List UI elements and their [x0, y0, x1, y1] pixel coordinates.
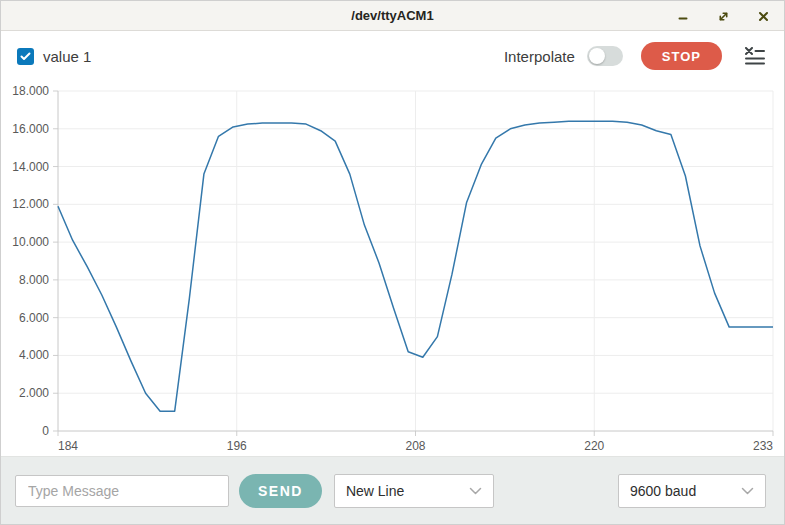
svg-text:2.000: 2.000 [19, 386, 49, 400]
chevron-down-icon [469, 487, 482, 495]
svg-text:10.000: 10.000 [12, 235, 49, 249]
svg-text:6.000: 6.000 [19, 311, 49, 325]
svg-text:220: 220 [584, 439, 604, 453]
baud-rate-select[interactable]: 9600 baud [618, 474, 766, 508]
series-label: value 1 [43, 48, 91, 65]
right-controls: Interpolate STOP [504, 42, 768, 70]
plotter-controls: value 1 Interpolate STOP [1, 31, 784, 81]
line-ending-value: New Line [346, 483, 404, 499]
interpolate-label: Interpolate [504, 48, 575, 65]
svg-text:208: 208 [405, 439, 425, 453]
maximize-icon[interactable] [716, 9, 730, 23]
message-bar: SEND New Line 9600 baud [1, 456, 784, 524]
titlebar: /dev/ttyACM1 [1, 1, 784, 31]
stop-button[interactable]: STOP [641, 42, 722, 70]
svg-text:0: 0 [42, 424, 49, 438]
series-visibility-control[interactable]: value 1 [17, 48, 91, 65]
line-ending-select[interactable]: New Line [334, 474, 494, 508]
clear-list-icon[interactable] [742, 43, 768, 69]
svg-text:16.000: 16.000 [12, 122, 49, 136]
svg-text:4.000: 4.000 [19, 348, 49, 362]
serial-plotter-window: /dev/ttyACM1 value 1 Interpolate [0, 0, 785, 525]
message-input[interactable] [15, 475, 229, 507]
svg-text:8.000: 8.000 [19, 273, 49, 287]
window-buttons [676, 1, 770, 31]
window-title: /dev/ttyACM1 [351, 8, 433, 23]
send-button[interactable]: SEND [239, 474, 322, 508]
svg-text:18.000: 18.000 [12, 84, 49, 98]
svg-text:233: 233 [753, 439, 773, 453]
plot-canvas: 02.0004.0006.0008.00010.00012.00014.0001… [1, 81, 785, 456]
chart-area: 02.0004.0006.0008.00010.00012.00014.0001… [1, 81, 784, 456]
interpolate-toggle[interactable] [587, 46, 623, 66]
baud-rate-value: 9600 baud [630, 483, 696, 499]
series-checkbox[interactable] [17, 48, 34, 65]
svg-text:14.000: 14.000 [12, 160, 49, 174]
svg-text:12.000: 12.000 [12, 197, 49, 211]
close-icon[interactable] [756, 9, 770, 23]
toggle-knob [589, 48, 605, 64]
svg-text:196: 196 [227, 439, 247, 453]
minimize-icon[interactable] [676, 9, 690, 23]
svg-text:184: 184 [58, 439, 78, 453]
chevron-down-icon [741, 487, 754, 495]
